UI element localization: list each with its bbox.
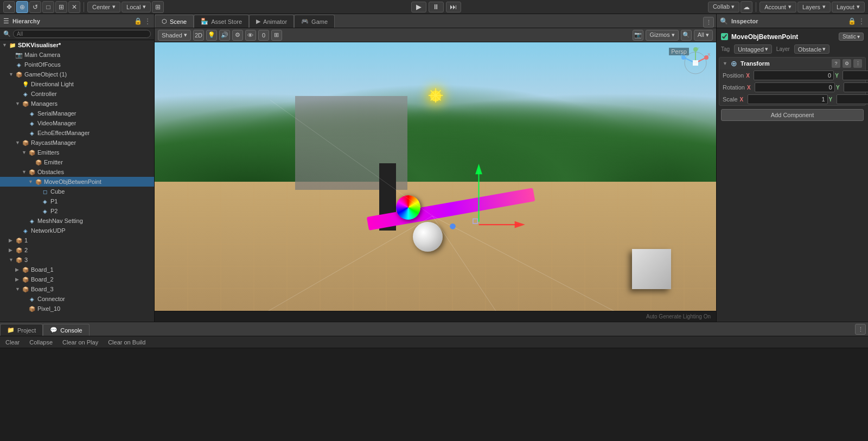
hierarchy-item-emitters[interactable]: ▼ 📦 Emitters bbox=[0, 148, 154, 157]
local-dropdown[interactable]: Local ▾ bbox=[122, 2, 151, 12]
rect-tool[interactable]: ⊞ bbox=[55, 1, 67, 13]
bottom-more-btn[interactable]: ⋮ bbox=[855, 324, 866, 335]
static-dropdown[interactable]: Static ▾ bbox=[839, 33, 864, 41]
transform-section-header[interactable]: ▼ ⊕ Transform ? ⚙ ⋮ bbox=[719, 57, 865, 69]
hierarchy-item-board3[interactable]: ▼ 📦 Board_3 bbox=[0, 284, 154, 294]
step-button[interactable]: ⏭ bbox=[446, 2, 461, 12]
hierarchy-item-obstacles[interactable]: ▼ 📦 Obstacles bbox=[0, 167, 154, 177]
layout-dropdown[interactable]: Layout ▾ bbox=[832, 2, 865, 12]
layers-dropdown[interactable]: Layers ▾ bbox=[797, 2, 831, 12]
rotation-y-input[interactable] bbox=[844, 82, 868, 92]
hierarchy-item-dirlight[interactable]: 💡 Directional Light bbox=[0, 79, 154, 89]
hierarchy-item-p1[interactable]: ◈ P1 bbox=[0, 196, 154, 206]
layer-dropdown[interactable]: Obstacle ▾ bbox=[794, 44, 829, 54]
account-dropdown[interactable]: Account ▾ bbox=[760, 2, 796, 12]
eye-btn[interactable]: 👁 bbox=[245, 30, 256, 41]
center-dropdown[interactable]: Center ▾ bbox=[87, 2, 120, 12]
hierarchy-item-board1[interactable]: ▶ 📦 Board_1 bbox=[0, 265, 154, 274]
hierarchy-more-icon[interactable]: ⋮ bbox=[144, 17, 151, 25]
hierarchy-item-cube[interactable]: ◻ Cube bbox=[0, 187, 154, 196]
shading-dropdown[interactable]: Shaded ▾ bbox=[158, 30, 191, 41]
gizmos-label: Gizmos ▾ bbox=[649, 31, 674, 39]
hierarchy-item-controller[interactable]: ◈ Controller bbox=[0, 89, 154, 99]
hierarchy-item-raycastmgr[interactable]: ▼ 📦 RaycastManager bbox=[0, 138, 154, 148]
object-active-checkbox[interactable] bbox=[721, 33, 728, 40]
hierarchy-item-echomgr[interactable]: ◈ EchoEffectManager bbox=[0, 128, 154, 138]
transform-help-btn[interactable]: ? bbox=[832, 59, 840, 68]
scale-tool[interactable]: □ bbox=[42, 1, 54, 13]
hierarchy-item-gameobj[interactable]: ▼ 📦 GameObject (1) bbox=[0, 69, 154, 79]
cloud-button[interactable]: ☁ bbox=[741, 1, 752, 13]
all-dropdown[interactable]: All ▾ bbox=[694, 30, 713, 41]
tab-game[interactable]: 🎮 Game bbox=[294, 15, 335, 28]
rotation-x-input[interactable] bbox=[755, 82, 835, 92]
gizmos-dropdown[interactable]: Gizmos ▾ bbox=[646, 30, 678, 41]
tab-project[interactable]: 📁 Project bbox=[0, 324, 43, 336]
scale-x-input[interactable] bbox=[748, 94, 828, 104]
center-panel: ⬡ Scene 🏪 Asset Store ▶ Animator 🎮 Game … bbox=[155, 14, 716, 322]
hierarchy-item-networkudp[interactable]: ◈ NetworkUDP bbox=[0, 226, 154, 235]
2d-btn[interactable]: 2D bbox=[193, 30, 204, 41]
arrow-sdkvis: ▼ bbox=[2, 42, 9, 48]
pause-button[interactable]: ⏸ bbox=[429, 2, 444, 12]
clear-on-build-button[interactable]: Clear on Build bbox=[105, 338, 149, 346]
transform-settings-btn[interactable]: ⚙ bbox=[843, 59, 851, 68]
layers-label: Layers bbox=[802, 4, 820, 10]
hierarchy-item-sdkvis[interactable]: ▼ 📁 SDKVisualiser* bbox=[0, 40, 154, 50]
tab-console[interactable]: 💬 Console bbox=[43, 324, 89, 336]
add-component-button[interactable]: Add Component bbox=[721, 109, 864, 121]
hierarchy-item-maincam[interactable]: 📷 Main Camera bbox=[0, 50, 154, 60]
grid-tool[interactable]: ⊞ bbox=[152, 1, 164, 13]
scene-view[interactable]: ✳ bbox=[155, 42, 716, 311]
layers-count-btn[interactable]: 0 bbox=[258, 30, 269, 41]
transform-tool[interactable]: ✕ bbox=[68, 1, 80, 13]
hierarchy-search-input[interactable] bbox=[13, 30, 151, 38]
audio-btn[interactable]: 🔊 bbox=[219, 30, 230, 41]
hierarchy-item-meshnav[interactable]: ◈ MeshNav Setting bbox=[0, 216, 154, 226]
hierarchy-item-serialmgr[interactable]: ◈ SerialManager bbox=[0, 108, 154, 118]
transform-more-btn[interactable]: ⋮ bbox=[853, 59, 862, 68]
position-x-input[interactable] bbox=[754, 71, 834, 80]
hierarchy-item-obj2[interactable]: ▶ 📦 2 bbox=[0, 245, 154, 255]
hierarchy-item-board2[interactable]: ▶ 📦 Board_2 bbox=[0, 274, 154, 284]
hierarchy-item-connector[interactable]: ◈ Connector bbox=[0, 294, 154, 304]
scale-y-input[interactable] bbox=[837, 94, 868, 104]
hand-tool[interactable]: ✥ bbox=[3, 1, 15, 13]
tab-scene[interactable]: ⬡ Scene bbox=[155, 15, 194, 28]
scale-field: X Y Z bbox=[740, 94, 868, 104]
collab-button[interactable]: Collab ▾ bbox=[708, 2, 739, 12]
label-board3: Board_3 bbox=[31, 286, 54, 292]
arrow-board2: ▶ bbox=[15, 277, 22, 282]
collapse-button[interactable]: Collapse bbox=[26, 338, 56, 346]
tab-animator[interactable]: ▶ Animator bbox=[249, 15, 294, 28]
grid-btn[interactable]: ⊞ bbox=[271, 30, 282, 41]
hierarchy-item-pof[interactable]: ◈ PointOfFocus bbox=[0, 60, 154, 69]
scene-cam-btn[interactable]: 📷 bbox=[633, 30, 643, 41]
scene-search-btn[interactable]: 🔍 bbox=[681, 30, 692, 41]
clear-button[interactable]: Clear bbox=[2, 338, 23, 346]
position-y-input[interactable] bbox=[843, 71, 868, 80]
move-tool[interactable]: ⊕ bbox=[16, 1, 28, 13]
scene-more-btn[interactable]: ⋮ bbox=[703, 17, 714, 28]
hierarchy-item-videomgr[interactable]: ◈ VideoManager bbox=[0, 118, 154, 128]
hierarchy-panel: ☰ Hierarchy 🔒 ⋮ 🔍 ▼ 📁 SDKVisualiser* 📷 bbox=[0, 14, 155, 322]
hierarchy-lock-icon[interactable]: 🔒 bbox=[134, 17, 142, 25]
tag-dropdown[interactable]: Untagged ▾ bbox=[734, 44, 772, 54]
light-btn[interactable]: 💡 bbox=[206, 30, 217, 41]
rotate-tool[interactable]: ↺ bbox=[29, 1, 41, 13]
inspector-more-icon[interactable]: ⋮ bbox=[858, 17, 865, 25]
hierarchy-item-p2[interactable]: ◈ P2 bbox=[0, 206, 154, 216]
play-button[interactable]: ▶ bbox=[411, 2, 426, 12]
hierarchy-item-managers[interactable]: ▼ 📦 Managers bbox=[0, 99, 154, 108]
hierarchy-item-emitter[interactable]: 📦 Emitter bbox=[0, 157, 154, 167]
tab-asset-store[interactable]: 🏪 Asset Store bbox=[194, 15, 249, 28]
hierarchy-item-pixel10[interactable]: 📦 Pixel_10 bbox=[0, 304, 154, 314]
fx-btn[interactable]: ⚙ bbox=[232, 30, 243, 41]
hierarchy-item-moveobjbetwen[interactable]: ▼ 📦 MoveObjBetwenPoint bbox=[0, 177, 154, 187]
inspector-lock-icon[interactable]: 🔒 bbox=[848, 17, 856, 25]
icon-pixel10: 📦 bbox=[28, 305, 36, 312]
arrow-managers: ▼ bbox=[15, 101, 22, 106]
hierarchy-item-obj3[interactable]: ▼ 📦 3 bbox=[0, 255, 154, 265]
hierarchy-item-obj1[interactable]: ▶ 📦 1 bbox=[0, 235, 154, 245]
clear-on-play-button[interactable]: Clear on Play bbox=[59, 338, 101, 346]
